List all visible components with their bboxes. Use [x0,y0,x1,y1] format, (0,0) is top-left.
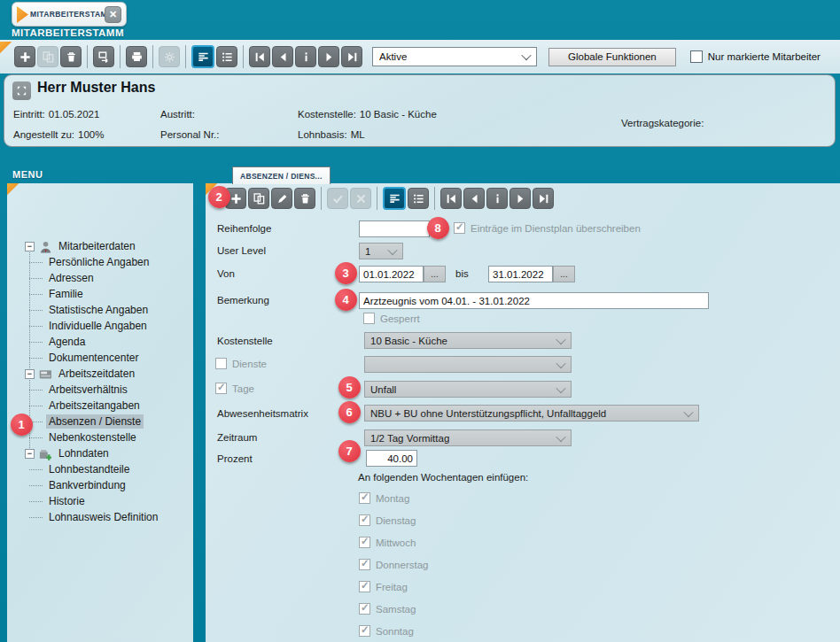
print-button[interactable] [126,46,147,67]
nav-last-button[interactable] [341,46,362,67]
sidebar-item-label: Statistische Angaben [46,303,151,317]
sidebar-item-lohnausweis-definition[interactable]: Lohnausweis Definition [12,509,190,525]
dienste-select[interactable] [364,356,572,373]
filter-select-value: Aktive [379,51,407,62]
payroll-icon [38,447,51,460]
nav-last-icon [537,192,550,205]
sidebar-item-label: Historie [46,494,88,508]
sidebar-item-label: Bankverbindung [46,478,128,492]
von-input[interactable] [359,266,424,282]
kostenstelle-select[interactable]: 10 Basic - Küche [364,332,572,349]
sidebar-group-mitarbeiterdaten[interactable]: −Mitarbeiterdaten [12,238,190,254]
sidebar-group-arbeitszeitdaten[interactable]: −Arbeitszeitdaten [12,366,190,382]
sidebar-item-label: Arbeitsverhältnis [46,383,130,397]
expand-toggle[interactable]: − [25,449,35,459]
info-button[interactable] [295,46,316,67]
nav-next-button[interactable] [318,46,339,67]
sidebar-item-nebenkostenstelle[interactable]: Nebenkostenstelle [12,429,190,445]
sidebar-item-dokumentencenter[interactable]: Dokumentencenter [12,350,190,366]
austritt-field: Austritt: [160,109,198,120]
transfer-icon [97,50,111,64]
chevron-down-icon [683,406,693,416]
sidebar-item-label: Individuelle Angaben [46,319,150,333]
sidebar-item-label: Adressen [46,271,97,285]
gesperrt-checkbox[interactable] [363,313,375,324]
sidebar-group-label: Arbeitszeitdaten [56,367,137,381]
nav-first-button[interactable] [249,46,270,67]
zeitraum-select[interactable]: 1/2 Tag Vormittag [364,429,572,446]
employee-name: Herr Muster Hans [37,80,155,96]
sidebar-item-agenda[interactable]: Agenda [12,334,190,350]
chevron-down-icon [556,334,565,344]
tab-label: MITARBEITERSTAMM [30,10,113,19]
active-tab-pointer-icon [17,6,28,23]
weekday-label-sonntag: Sonntag [376,626,414,637]
list-view-button[interactable] [408,188,429,209]
nur-markierte-checkbox[interactable] [690,50,703,63]
list-view-icon [221,50,234,64]
app-window: MITARBEITERSTAMM ✕ MITARBEITERSTAMM Akti… [0,0,840,642]
weekdays-title: An folgenden Wochentagen einfügen: [358,472,528,483]
reihenfolge-input[interactable] [359,220,430,237]
prozent-input[interactable] [366,450,417,467]
transfer-button[interactable] [93,46,114,67]
bis-input[interactable] [488,266,553,282]
absenz-typ-select[interactable]: Unfall [364,381,572,398]
annotation-badge-8: 8 [427,217,449,239]
add-button[interactable] [14,46,35,67]
nav-last-button[interactable] [533,188,554,209]
globale-funktionen-button[interactable]: Globale Funktionen [548,48,676,66]
form-view-button[interactable] [383,187,406,210]
navigation-tree: −MitarbeiterdatenPersönliche AngabenAdre… [12,238,190,525]
sidebar-item-adressen[interactable]: Adressen [12,270,190,286]
chevron-down-icon [556,383,565,392]
cancel-button [350,188,371,209]
copy-button [37,46,58,67]
sidebar-item-familie[interactable]: Familie [12,286,190,302]
sidebar-item-arbeitsverhaltnis[interactable]: Arbeitsverhältnis [12,382,190,398]
expand-icon[interactable] [12,81,31,100]
filter-select[interactable]: Aktive [372,47,537,66]
sidebar-group-label: Mitarbeiterdaten [56,239,138,253]
copy-button[interactable] [248,188,269,209]
nav-prev-button[interactable] [463,188,485,209]
delete-button[interactable] [60,46,82,67]
von-date-picker-button[interactable]: ... [424,266,446,282]
bis-date-picker-button[interactable]: ... [553,266,575,282]
tab-mitarbeiterstamm[interactable]: MITARBEITERSTAMM ✕ [12,2,127,27]
nav-next-button[interactable] [509,188,531,209]
list-view-button[interactable] [216,46,237,67]
weekday-label-mittwoch: Mittwoch [376,538,416,548]
sidebar-item-personliche-angaben[interactable]: Persönliche Angaben [12,254,190,270]
toolbar-separator [243,45,244,68]
delete-button[interactable] [294,188,315,209]
user-level-select[interactable]: 1 [359,243,403,259]
dienste-checkbox[interactable] [215,358,227,369]
sidebar-item-absenzen-dienste[interactable]: Absenzen / Dienste [12,414,190,429]
weekday-checkbox-dienstag [359,514,370,526]
weekday-checkbox-donnerstag [359,559,370,570]
sidebar-item-historie[interactable]: Historie [12,493,190,509]
bemerkung-input[interactable] [359,292,709,309]
nav-first-button[interactable] [440,188,462,209]
toolbar-separator [87,45,88,68]
sidebar-group-lohndaten[interactable]: −Lohndaten [12,445,190,461]
expand-toggle[interactable]: − [25,242,35,251]
sidebar-item-statistische-angaben[interactable]: Statistische Angaben [12,302,190,318]
sidebar-item-lohnbestandteile[interactable]: Lohnbestandteile [12,461,190,477]
toolbar-separator [152,45,153,68]
nav-prev-button[interactable] [272,46,293,67]
sidebar-item-individuelle-angaben[interactable]: Individuelle Angaben [12,318,190,334]
module-title: MITARBEITERSTAMM [12,27,124,38]
abwesenheitsmatrix-select[interactable]: NBU + BU ohne Unterstützungspflicht, Unf… [364,405,699,422]
record-toolbar [14,45,364,68]
sidebar-item-arbeitszeitangaben[interactable]: Arbeitszeitangaben [12,398,190,414]
expand-toggle[interactable]: − [25,369,35,379]
edit-button[interactable] [271,188,292,209]
form-view-button[interactable] [191,45,214,68]
timeclock-icon [38,367,51,381]
close-tab-button[interactable]: ✕ [105,6,121,23]
tab-absenzen-dienste[interactable]: ABSENZEN / DIENS... [232,166,331,184]
info-button[interactable] [486,188,508,209]
sidebar-item-bankverbindung[interactable]: Bankverbindung [12,477,190,493]
